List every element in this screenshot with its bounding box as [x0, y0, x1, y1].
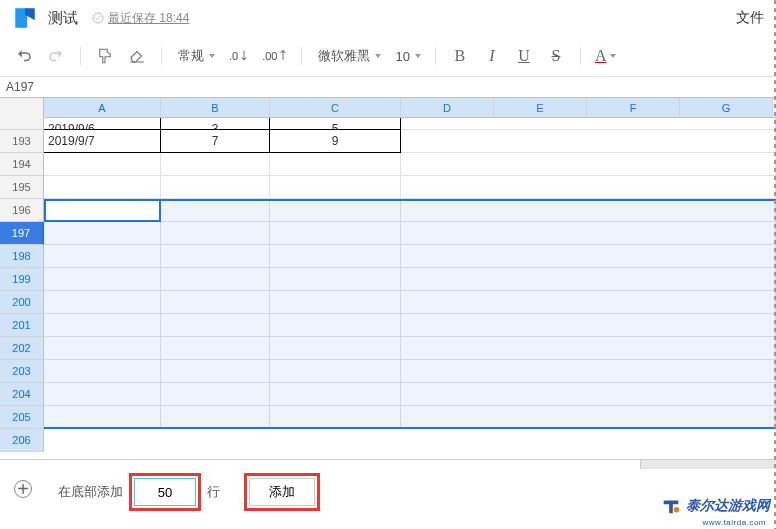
- cell[interactable]: [161, 199, 270, 222]
- cell[interactable]: [270, 245, 401, 268]
- number-format-dropdown[interactable]: 常规: [172, 42, 219, 70]
- format-painter-button[interactable]: [91, 42, 119, 70]
- cell[interactable]: [161, 291, 270, 314]
- cell[interactable]: [44, 337, 161, 360]
- increase-decimal-button[interactable]: .00: [256, 42, 291, 70]
- row-header[interactable]: 194: [0, 153, 44, 176]
- cell[interactable]: [161, 268, 270, 291]
- clear-format-button[interactable]: [123, 42, 151, 70]
- font-color-button[interactable]: A: [591, 42, 620, 70]
- column-header[interactable]: A: [44, 98, 161, 117]
- row-header[interactable]: 200: [0, 291, 44, 314]
- cell[interactable]: [44, 383, 161, 406]
- cell[interactable]: [44, 314, 161, 337]
- cell[interactable]: [44, 268, 161, 291]
- cell[interactable]: [270, 153, 401, 176]
- cell[interactable]: [401, 406, 776, 429]
- cell[interactable]: [44, 291, 161, 314]
- row-header[interactable]: 196: [0, 199, 44, 222]
- cell[interactable]: [161, 314, 270, 337]
- redo-button[interactable]: [42, 42, 70, 70]
- spreadsheet-grid[interactable]: A B C D E F G 193 194 195 196 197 198 19…: [0, 98, 776, 460]
- cell[interactable]: [161, 337, 270, 360]
- row-header[interactable]: 198: [0, 245, 44, 268]
- cell[interactable]: [401, 153, 776, 176]
- cell[interactable]: [401, 199, 776, 222]
- file-menu[interactable]: 文件: [736, 9, 764, 27]
- cell[interactable]: [44, 153, 161, 176]
- column-header[interactable]: C: [270, 98, 401, 117]
- cell[interactable]: [401, 268, 776, 291]
- row-header[interactable]: 201: [0, 314, 44, 337]
- cell[interactable]: [44, 406, 161, 429]
- row-header[interactable]: 197: [0, 222, 44, 245]
- cell[interactable]: 9: [270, 130, 401, 153]
- cell[interactable]: 5: [270, 118, 401, 130]
- cell[interactable]: [401, 360, 776, 383]
- cell[interactable]: [161, 153, 270, 176]
- cell[interactable]: [161, 360, 270, 383]
- cell[interactable]: [401, 337, 776, 360]
- italic-button[interactable]: I: [478, 42, 506, 70]
- add-rows-input[interactable]: [134, 478, 196, 506]
- strikethrough-button[interactable]: S: [542, 42, 570, 70]
- cell[interactable]: [44, 222, 161, 245]
- cell[interactable]: [44, 199, 161, 222]
- add-sheet-button[interactable]: +: [14, 480, 32, 498]
- cell[interactable]: 2019/9/6: [44, 118, 161, 130]
- document-title[interactable]: 测试: [48, 9, 78, 28]
- undo-button[interactable]: [10, 42, 38, 70]
- row-header[interactable]: 195: [0, 176, 44, 199]
- cell[interactable]: [270, 314, 401, 337]
- cell[interactable]: [401, 245, 776, 268]
- cell[interactable]: [270, 268, 401, 291]
- row-header[interactable]: 199: [0, 268, 44, 291]
- row-header[interactable]: 202: [0, 337, 44, 360]
- cell[interactable]: [270, 337, 401, 360]
- scrollbar-track[interactable]: [640, 460, 776, 469]
- save-status[interactable]: 最近保存 18:44: [92, 10, 189, 27]
- row-header[interactable]: 205: [0, 406, 44, 429]
- row-header[interactable]: 206: [0, 429, 44, 452]
- name-box[interactable]: A197: [0, 80, 44, 94]
- cell[interactable]: [161, 245, 270, 268]
- cell[interactable]: [270, 199, 401, 222]
- cell[interactable]: [401, 314, 776, 337]
- cell[interactable]: [44, 245, 161, 268]
- cell[interactable]: [44, 176, 161, 199]
- cell[interactable]: [270, 383, 401, 406]
- cell[interactable]: [401, 291, 776, 314]
- cell[interactable]: 3: [161, 118, 270, 130]
- cell[interactable]: 2019/9/7: [44, 130, 161, 153]
- row-header[interactable]: 193: [0, 130, 44, 153]
- font-family-dropdown[interactable]: 微软雅黑: [312, 42, 385, 70]
- row-header[interactable]: 204: [0, 383, 44, 406]
- select-all-corner[interactable]: [0, 98, 44, 118]
- cell[interactable]: [161, 406, 270, 429]
- cells-area[interactable]: 2019/9/6 3 5 2019/9/7 7 9: [44, 118, 776, 452]
- decrease-decimal-button[interactable]: .0: [223, 42, 252, 70]
- cell[interactable]: [270, 222, 401, 245]
- cell[interactable]: [161, 383, 270, 406]
- cell[interactable]: [401, 176, 776, 199]
- column-header[interactable]: D: [401, 98, 494, 117]
- font-size-dropdown[interactable]: 10: [389, 42, 424, 70]
- cell[interactable]: 7: [161, 130, 270, 153]
- cell[interactable]: [270, 176, 401, 199]
- column-header[interactable]: G: [680, 98, 773, 117]
- cell[interactable]: [401, 383, 776, 406]
- cell[interactable]: [161, 176, 270, 199]
- row-header[interactable]: [0, 118, 44, 130]
- cell[interactable]: [401, 130, 776, 153]
- cell[interactable]: [270, 291, 401, 314]
- column-header[interactable]: B: [161, 98, 270, 117]
- underline-button[interactable]: U: [510, 42, 538, 70]
- bold-button[interactable]: B: [446, 42, 474, 70]
- column-header[interactable]: F: [587, 98, 680, 117]
- cell[interactable]: [401, 222, 776, 245]
- cell[interactable]: [401, 118, 776, 130]
- column-header[interactable]: E: [494, 98, 587, 117]
- cell[interactable]: [270, 406, 401, 429]
- cell[interactable]: [44, 360, 161, 383]
- row-header[interactable]: 203: [0, 360, 44, 383]
